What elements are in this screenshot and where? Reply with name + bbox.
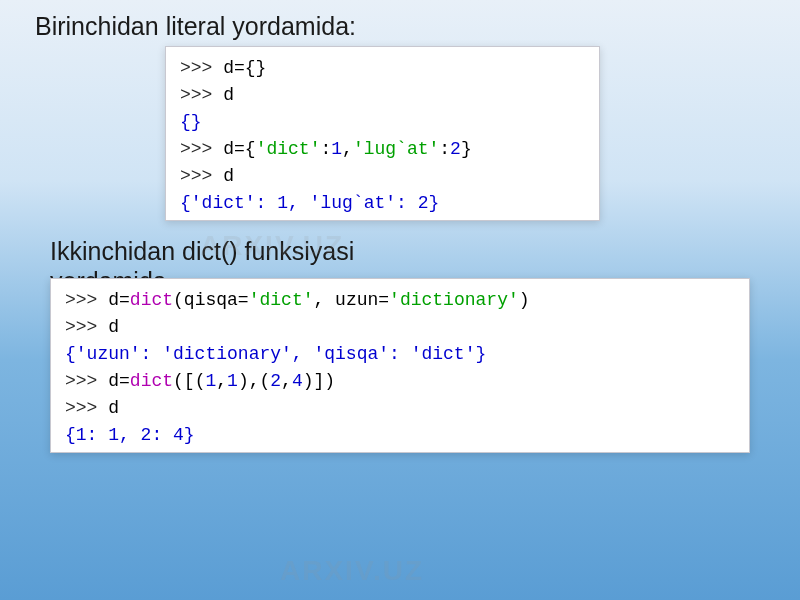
code-line: >>> d — [180, 163, 585, 190]
code-token: ([( — [173, 371, 205, 391]
watermark: ARXIV.UZ — [280, 555, 424, 587]
code-line: >>> d — [180, 82, 585, 109]
code-token: : — [320, 139, 331, 159]
code-token: 1 — [331, 139, 342, 159]
code-token: d — [108, 398, 119, 418]
code-token: } — [461, 139, 472, 159]
code-token: , uzun= — [313, 290, 389, 310]
code-line: >>> d={} — [180, 55, 585, 82]
code-token: {} — [180, 112, 202, 132]
code-line: {1: 1, 2: 4} — [65, 422, 735, 449]
code-line: >>> d — [65, 314, 735, 341]
code-token: dict — [130, 290, 173, 310]
code-block-1: >>> d={}>>> d{}>>> d={'dict':1,'lug`at':… — [165, 46, 600, 221]
code-token: 'dict' — [256, 139, 321, 159]
code-token: ) — [519, 290, 530, 310]
code-line: >>> d=dict([(1,1),(2,4)]) — [65, 368, 735, 395]
code-token: d={ — [223, 139, 255, 159]
heading-1: Birinchidan literal yordamida: — [35, 12, 800, 41]
code-token: 4 — [292, 371, 303, 391]
code-token: )]) — [303, 371, 335, 391]
code-token: >>> — [65, 290, 108, 310]
code-block-2: >>> d=dict(qisqa='dict', uzun='dictionar… — [50, 278, 750, 453]
code-token: d — [223, 166, 234, 186]
code-line: {'dict': 1, 'lug`at': 2} — [180, 190, 585, 217]
code-token: : — [439, 139, 450, 159]
code-token: >>> — [65, 317, 108, 337]
code-token: >>> — [180, 58, 223, 78]
code-token: d — [108, 317, 119, 337]
code-token: d={} — [223, 58, 266, 78]
code-token: , — [281, 371, 292, 391]
code-token: 1 — [205, 371, 216, 391]
code-token: ),( — [238, 371, 270, 391]
code-token: >>> — [180, 85, 223, 105]
code-token: {1: 1, 2: 4} — [65, 425, 195, 445]
code-token: , — [216, 371, 227, 391]
code-token: >>> — [65, 371, 108, 391]
code-token: >>> — [180, 166, 223, 186]
code-token: dict — [130, 371, 173, 391]
code-token: 'dictionary' — [389, 290, 519, 310]
code-token: 1 — [227, 371, 238, 391]
code-token: d= — [108, 371, 130, 391]
code-token: , — [342, 139, 353, 159]
code-line: >>> d — [65, 395, 735, 422]
code-token: d= — [108, 290, 130, 310]
code-token: {'dict': 1, 'lug`at': 2} — [180, 193, 439, 213]
code-token: >>> — [65, 398, 108, 418]
code-line: {'uzun': 'dictionary', 'qisqa': 'dict'} — [65, 341, 735, 368]
code-token: 'lug`at' — [353, 139, 439, 159]
code-line: >>> d=dict(qisqa='dict', uzun='dictionar… — [65, 287, 735, 314]
code-token: >>> — [180, 139, 223, 159]
code-line: >>> d={'dict':1,'lug`at':2} — [180, 136, 585, 163]
heading-2-line1: Ikkinchidan dict() funksiyasi — [50, 237, 354, 265]
code-token: (qisqa= — [173, 290, 249, 310]
code-token: 2 — [450, 139, 461, 159]
code-token: {'uzun': 'dictionary', 'qisqa': 'dict'} — [65, 344, 486, 364]
code-line: {} — [180, 109, 585, 136]
code-token: d — [223, 85, 234, 105]
code-token: 'dict' — [249, 290, 314, 310]
code-token: 2 — [270, 371, 281, 391]
